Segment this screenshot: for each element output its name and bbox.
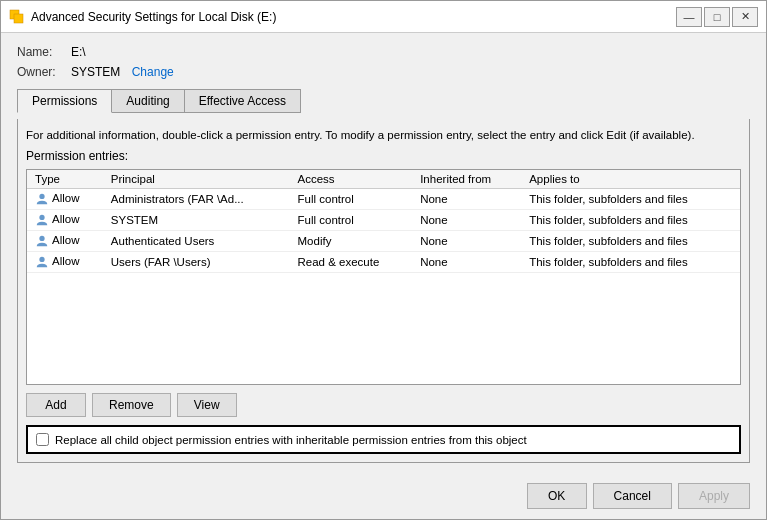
cell-applies: This folder, subfolders and files xyxy=(521,231,740,252)
shield-icon xyxy=(9,9,25,25)
col-type: Type xyxy=(27,170,103,189)
title-bar: Advanced Security Settings for Local Dis… xyxy=(1,1,766,33)
cell-inherited: None xyxy=(412,210,521,231)
cell-type: Allow xyxy=(27,189,103,210)
owner-label: Owner: xyxy=(17,65,67,79)
close-button[interactable]: ✕ xyxy=(732,7,758,27)
replace-checkbox-row: Replace all child object permission entr… xyxy=(26,425,741,454)
cell-inherited: None xyxy=(412,231,521,252)
name-value: E:\ xyxy=(71,45,86,59)
cell-principal: Authenticated Users xyxy=(103,231,290,252)
title-bar-buttons: — □ ✕ xyxy=(676,7,758,27)
table-row[interactable]: AllowSYSTEMFull controlNoneThis folder, … xyxy=(27,210,740,231)
name-row: Name: E:\ xyxy=(17,45,750,59)
cell-access: Modify xyxy=(290,231,413,252)
cell-inherited: None xyxy=(412,189,521,210)
cell-applies: This folder, subfolders and files xyxy=(521,252,740,273)
tab-permissions[interactable]: Permissions xyxy=(17,89,112,113)
tab-panel-permissions: For additional information, double-click… xyxy=(17,119,750,463)
svg-point-4 xyxy=(39,236,44,241)
info-text: For additional information, double-click… xyxy=(26,127,741,143)
table-row[interactable]: AllowUsers (FAR \Users)Read & executeNon… xyxy=(27,252,740,273)
tabs-bar: Permissions Auditing Effective Access xyxy=(17,89,750,113)
svg-point-2 xyxy=(39,194,44,199)
permissions-table-wrapper[interactable]: Type Principal Access Inherited from App… xyxy=(26,169,741,385)
user-icon xyxy=(35,255,49,269)
user-icon xyxy=(35,234,49,248)
cell-type: Allow xyxy=(27,252,103,273)
ok-button[interactable]: OK xyxy=(527,483,587,509)
cell-applies: This folder, subfolders and files xyxy=(521,210,740,231)
main-window: Advanced Security Settings for Local Dis… xyxy=(0,0,767,520)
cell-inherited: None xyxy=(412,252,521,273)
col-applies: Applies to xyxy=(521,170,740,189)
cell-principal: Administrators (FAR \Ad... xyxy=(103,189,290,210)
col-inherited: Inherited from xyxy=(412,170,521,189)
replace-checkbox-label: Replace all child object permission entr… xyxy=(55,434,527,446)
replace-checkbox[interactable] xyxy=(36,433,49,446)
action-buttons-row: Add Remove View xyxy=(26,393,741,417)
table-row[interactable]: AllowAuthenticated UsersModifyNoneThis f… xyxy=(27,231,740,252)
minimize-button[interactable]: — xyxy=(676,7,702,27)
table-header-row: Type Principal Access Inherited from App… xyxy=(27,170,740,189)
change-link[interactable]: Change xyxy=(132,65,174,79)
user-icon xyxy=(35,213,49,227)
cell-type: Allow xyxy=(27,210,103,231)
cancel-button[interactable]: Cancel xyxy=(593,483,672,509)
window-title: Advanced Security Settings for Local Dis… xyxy=(31,10,276,24)
footer-buttons: OK Cancel Apply xyxy=(1,475,766,519)
add-button[interactable]: Add xyxy=(26,393,86,417)
title-bar-left: Advanced Security Settings for Local Dis… xyxy=(9,9,276,25)
tab-effective-access[interactable]: Effective Access xyxy=(184,89,301,113)
name-label: Name: xyxy=(17,45,67,59)
svg-point-5 xyxy=(39,257,44,262)
user-icon xyxy=(35,192,49,206)
section-label: Permission entries: xyxy=(26,149,741,163)
cell-principal: SYSTEM xyxy=(103,210,290,231)
cell-access: Read & execute xyxy=(290,252,413,273)
cell-applies: This folder, subfolders and files xyxy=(521,189,740,210)
cell-type: Allow xyxy=(27,231,103,252)
cell-access: Full control xyxy=(290,189,413,210)
tab-auditing[interactable]: Auditing xyxy=(111,89,184,113)
cell-access: Full control xyxy=(290,210,413,231)
apply-button[interactable]: Apply xyxy=(678,483,750,509)
remove-button[interactable]: Remove xyxy=(92,393,171,417)
view-button[interactable]: View xyxy=(177,393,237,417)
svg-point-3 xyxy=(39,215,44,220)
cell-principal: Users (FAR \Users) xyxy=(103,252,290,273)
col-principal: Principal xyxy=(103,170,290,189)
main-content: Name: E:\ Owner: SYSTEM Change Permissio… xyxy=(1,33,766,475)
permissions-table: Type Principal Access Inherited from App… xyxy=(27,170,740,273)
maximize-button[interactable]: □ xyxy=(704,7,730,27)
owner-value: SYSTEM xyxy=(71,65,120,79)
table-row[interactable]: AllowAdministrators (FAR \Ad...Full cont… xyxy=(27,189,740,210)
svg-rect-1 xyxy=(14,14,23,23)
owner-row: Owner: SYSTEM Change xyxy=(17,65,750,79)
col-access: Access xyxy=(290,170,413,189)
